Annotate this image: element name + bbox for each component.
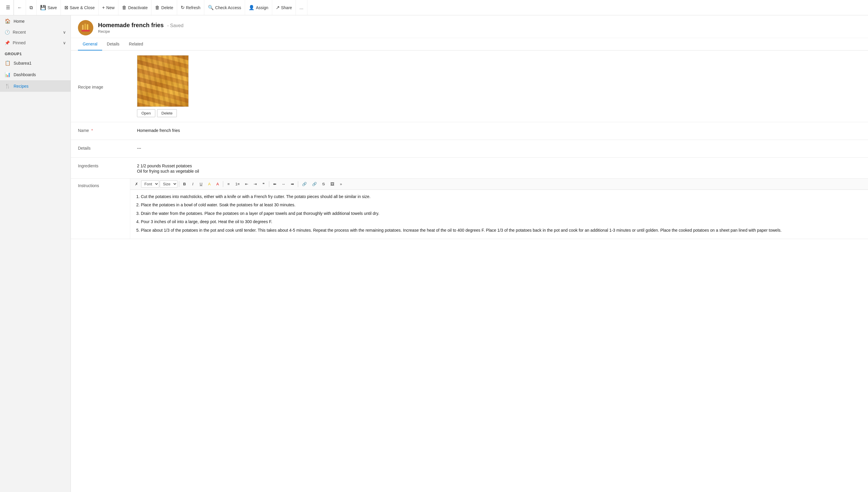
open-window-button[interactable]: ⧉ (26, 0, 37, 15)
sidebar-item-recipes[interactable]: 🍴 Recipes (0, 80, 71, 92)
back-button[interactable]: ← (14, 0, 26, 15)
tab-general[interactable]: General (78, 38, 102, 50)
svg-rect-4 (81, 30, 90, 31)
refresh-icon: ↻ (181, 5, 185, 10)
bullets-button[interactable]: ≡ (225, 181, 232, 188)
sidebar-item-label: Home (14, 19, 24, 24)
more-button[interactable]: … (296, 0, 307, 15)
delete-button[interactable]: 🗑 Delete (151, 0, 177, 15)
record-saved-badge: - Saved (167, 23, 183, 28)
sidebar-recent-header[interactable]: 🕐 Recent ∨ (0, 27, 71, 38)
tab-details[interactable]: Details (102, 38, 124, 50)
editor-toolbar: ✗ Font Size B I U A A ≡ 1≡ ⇤ ⇥ (130, 178, 868, 190)
instructions-item: Place about 1/3 of the potatoes in the p… (141, 227, 863, 233)
image-buttons: Open Delete (137, 109, 177, 117)
align-right-button[interactable]: ➡ (288, 181, 296, 188)
deactivate-icon: 🗑 (122, 5, 127, 10)
content-area: Homemade french fries - Saved Recipe Gen… (71, 15, 868, 492)
save-button[interactable]: 💾 Save (37, 0, 61, 15)
ingredients-line2: Oil for frying such as vegetable oil (137, 169, 861, 174)
align-center-button[interactable]: ↔ (279, 181, 288, 188)
main-toolbar: ☰ ← ⧉ 💾 Save ⊠ Save & Close + New 🗑 Deac… (0, 0, 868, 15)
sidebar: 🏠 Home 🕐 Recent ∨ 📌 Pinned ∨ Group1 📋 Su… (0, 15, 71, 492)
save-close-label: Save & Close (70, 5, 95, 10)
check-access-button[interactable]: 🔍 Check Access (204, 0, 245, 15)
save-icon: 💾 (40, 5, 46, 10)
refresh-button[interactable]: ↻ Refresh (177, 0, 204, 15)
indent-less-button[interactable]: ⇤ (243, 181, 251, 188)
record-type: Recipe (98, 29, 183, 34)
delete-image-button[interactable]: Delete (157, 109, 177, 117)
align-left-button[interactable]: ⬅ (271, 181, 279, 188)
subarea1-icon: 📋 (5, 60, 10, 66)
more-formats-button[interactable]: » (337, 181, 345, 188)
menu-button[interactable]: ☰ (2, 0, 14, 15)
sidebar-item-label: Dashboards (14, 72, 36, 77)
assign-button[interactable]: 👤 Assign (245, 0, 272, 15)
avatar-image (78, 20, 93, 35)
font-select[interactable]: Font (141, 180, 159, 188)
group1-label: Group1 (0, 48, 71, 57)
share-label: Share (281, 5, 292, 10)
instructions-item: Pour 3 inches of oil into a large, deep … (141, 218, 863, 225)
sidebar-item-label: Recipes (14, 84, 29, 89)
name-row: Name * Homemade french fries (71, 122, 868, 140)
bold-button[interactable]: B (181, 181, 188, 188)
share-button[interactable]: ↗ Share (272, 0, 296, 15)
recent-label: Recent (13, 30, 26, 34)
details-label: Details (78, 145, 137, 150)
italic-button[interactable]: I (189, 181, 197, 188)
recipe-image (137, 55, 189, 107)
chevron-down-icon-2: ∨ (63, 41, 66, 45)
instructions-item: Drain the water from the potatoes. Place… (141, 210, 863, 217)
new-icon: + (102, 5, 105, 10)
link-button[interactable]: 🔗 (300, 181, 309, 188)
check-access-icon: 🔍 (208, 5, 214, 10)
recipes-icon: 🍴 (5, 83, 10, 89)
refresh-label: Refresh (186, 5, 200, 10)
indent-more-button[interactable]: ⇥ (251, 181, 259, 188)
sidebar-item-label: Subarea1 (14, 61, 31, 66)
unlink-button[interactable]: 🔗 (310, 181, 319, 188)
toolbar-divider-2 (223, 181, 223, 187)
form-section: Recipe image Open Delete Name * Homemade… (71, 50, 868, 492)
deactivate-button[interactable]: 🗑 Deactivate (118, 0, 151, 15)
blockquote-button[interactable]: ❝ (260, 181, 267, 188)
dashboards-icon: 📊 (5, 72, 10, 77)
tab-related[interactable]: Related (124, 38, 148, 50)
save-close-icon: ⊠ (64, 5, 68, 10)
open-image-button[interactable]: Open (137, 109, 155, 117)
toolbar-divider-3 (269, 181, 269, 187)
ingredients-line1: 2 1/2 pounds Russet potatoes (137, 164, 861, 168)
ingredients-label: Ingredients (78, 162, 137, 168)
new-button[interactable]: + New (99, 0, 118, 15)
pinned-label: Pinned (13, 41, 26, 45)
record-title: Homemade french fries (98, 22, 164, 28)
save-close-button[interactable]: ⊠ Save & Close (61, 0, 99, 15)
name-value[interactable]: Homemade french fries (137, 127, 861, 133)
sidebar-pinned-header[interactable]: 📌 Pinned ∨ (0, 38, 71, 48)
strikethrough-button[interactable]: S (320, 181, 328, 188)
sidebar-item-dashboards[interactable]: 📊 Dashboards (0, 69, 71, 80)
image-label: Recipe image (78, 55, 137, 90)
toolbar-divider-4 (298, 181, 298, 187)
details-row: Details --- (71, 140, 868, 157)
tab-bar: General Details Related (71, 38, 868, 50)
size-select[interactable]: Size (160, 180, 177, 188)
sidebar-item-home[interactable]: 🏠 Home (0, 15, 71, 27)
image-container: Open Delete (137, 55, 189, 117)
avatar (78, 20, 93, 35)
assign-label: Assign (256, 5, 268, 10)
clear-format-button[interactable]: ✗ (132, 181, 141, 188)
ingredients-value: 2 1/2 pounds Russet potatoes Oil for fry… (137, 162, 861, 174)
instructions-row: Instructions ✗ Font Size B I U A A ≡ (71, 178, 868, 239)
image-button[interactable]: 🖼 (328, 181, 337, 188)
underline-button[interactable]: U (197, 181, 205, 188)
highlight-button[interactable]: A (206, 181, 213, 188)
name-label: Name * (78, 127, 137, 133)
sidebar-item-subarea1[interactable]: 📋 Subarea1 (0, 57, 71, 69)
open-window-icon: ⧉ (29, 5, 33, 10)
numbered-button[interactable]: 1≡ (233, 181, 242, 188)
font-color-button[interactable]: A (214, 181, 221, 188)
editor-content[interactable]: Cut the potatoes into matchsticks, eithe… (130, 190, 868, 239)
